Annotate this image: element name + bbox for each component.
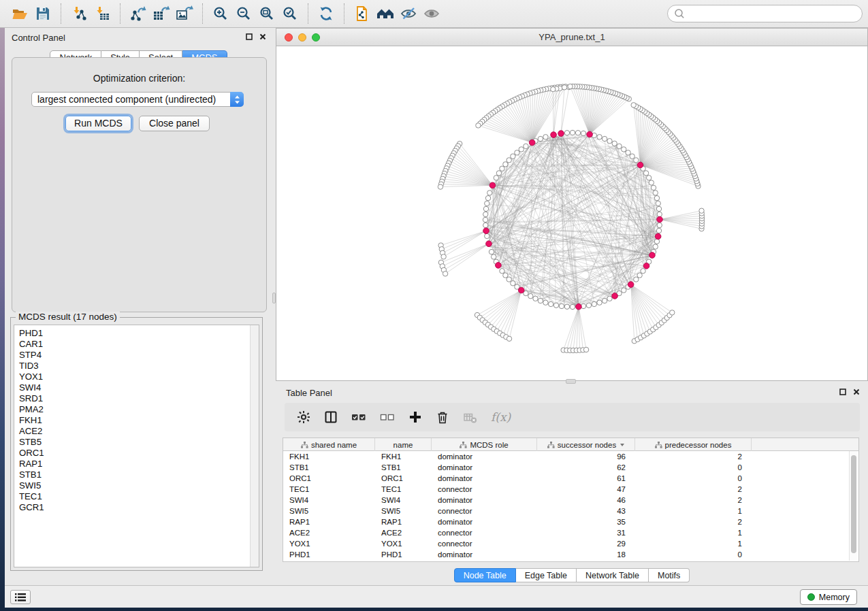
cell-successor-nodes[interactable]: 47 xyxy=(537,484,635,495)
table-row[interactable]: FKH1FKH1dominator962 xyxy=(283,451,858,462)
mcds-result-item[interactable]: TEC1 xyxy=(19,491,249,502)
mcds-result-item[interactable]: SWI5 xyxy=(19,480,249,491)
refresh-button[interactable] xyxy=(315,3,338,24)
table-row[interactable]: PHD1PHD1dominator180 xyxy=(283,549,858,560)
mcds-result-item[interactable]: CAR1 xyxy=(19,339,249,350)
cell-successor-nodes[interactable]: 29 xyxy=(537,538,635,549)
cell-predecessor-nodes[interactable]: 0 xyxy=(635,473,752,484)
cell-shared-name[interactable]: STB1 xyxy=(283,462,375,473)
tab-edge-table[interactable]: Edge Table xyxy=(516,568,577,582)
mcds-result-item[interactable]: GCR1 xyxy=(19,502,249,513)
column-header-predecessor-nodes[interactable]: predecessor nodes xyxy=(635,438,752,451)
cell-name[interactable]: ORC1 xyxy=(375,473,432,484)
hide-details-button[interactable] xyxy=(397,3,420,24)
cell-MCDS-role[interactable]: connector xyxy=(432,527,537,538)
cell-name[interactable]: SWI5 xyxy=(375,506,432,516)
column-header-MCDS-role[interactable]: MCDS role xyxy=(432,438,537,451)
cell-predecessor-nodes[interactable]: 1 xyxy=(635,527,752,538)
table-scrollbar[interactable] xyxy=(849,451,858,561)
table-settings-button[interactable] xyxy=(297,410,310,424)
cell-shared-name[interactable]: RAP1 xyxy=(283,516,375,527)
zoom-out-button[interactable] xyxy=(232,3,255,24)
network-canvas[interactable] xyxy=(276,46,867,380)
zoom-in-button[interactable] xyxy=(209,3,232,24)
network-graph[interactable] xyxy=(276,46,867,380)
cell-name[interactable]: SWI4 xyxy=(375,495,432,506)
save-session-button[interactable] xyxy=(31,3,54,24)
cell-predecessor-nodes[interactable]: 2 xyxy=(635,495,752,506)
import-table-button[interactable] xyxy=(91,3,114,24)
float-window-icon[interactable] xyxy=(246,33,253,40)
select-all-button[interactable] xyxy=(351,410,366,424)
cell-shared-name[interactable]: ACE2 xyxy=(283,527,375,538)
cell-shared-name[interactable]: SWI5 xyxy=(283,506,375,516)
tab-node-table[interactable]: Node Table xyxy=(454,568,516,582)
table-row[interactable]: TEC1TEC1connector472 xyxy=(283,484,858,495)
cell-MCDS-role[interactable]: connector xyxy=(432,538,537,549)
cell-MCDS-role[interactable]: dominator xyxy=(432,495,537,506)
mcds-list-scrollbar[interactable] xyxy=(250,325,259,567)
float-window-icon[interactable] xyxy=(839,389,846,395)
table-row[interactable]: STB1STB1dominator620 xyxy=(283,462,858,473)
mcds-result-item[interactable]: ORC1 xyxy=(19,448,249,459)
mcds-result-item[interactable]: SRD1 xyxy=(19,393,249,404)
cell-MCDS-role[interactable]: connector xyxy=(432,484,537,495)
cell-name[interactable]: ACE2 xyxy=(375,527,432,538)
export-network-button[interactable] xyxy=(127,3,150,24)
table-row[interactable]: SWI4SWI4dominator462 xyxy=(283,495,858,506)
chevron-down-icon[interactable] xyxy=(620,444,624,446)
table-row[interactable]: ORC1ORC1dominator610 xyxy=(283,473,858,484)
column-header-shared-name[interactable]: shared name xyxy=(283,438,375,451)
mcds-result-item[interactable]: PMA2 xyxy=(19,404,249,415)
mcds-result-item[interactable]: YOX1 xyxy=(19,371,249,382)
cell-name[interactable]: YOX1 xyxy=(375,538,432,549)
mcds-result-item[interactable]: STB1 xyxy=(19,469,249,480)
cell-name[interactable]: TEC1 xyxy=(375,484,432,495)
run-mcds-button[interactable]: Run MCDS xyxy=(65,116,131,131)
close-icon[interactable] xyxy=(853,389,860,395)
cell-successor-nodes[interactable]: 62 xyxy=(537,462,635,473)
cell-shared-name[interactable]: PHD1 xyxy=(283,549,375,560)
table-row[interactable]: RAP1RAP1dominator352 xyxy=(283,516,858,527)
cell-shared-name[interactable]: FKH1 xyxy=(283,451,375,462)
cell-predecessor-nodes[interactable]: 2 xyxy=(635,484,752,495)
close-panel-button[interactable]: Close panel xyxy=(139,116,210,131)
cell-shared-name[interactable]: TEC1 xyxy=(283,484,375,495)
export-table-button[interactable] xyxy=(150,3,173,24)
mcds-result-item[interactable]: SWI4 xyxy=(19,382,249,393)
tab-motifs[interactable]: Motifs xyxy=(649,568,690,582)
cell-successor-nodes[interactable]: 96 xyxy=(537,451,635,462)
unselect-all-button[interactable] xyxy=(380,410,395,424)
cell-name[interactable]: RAP1 xyxy=(375,516,432,527)
import-network-button[interactable] xyxy=(67,3,91,24)
cell-successor-nodes[interactable]: 43 xyxy=(537,506,635,516)
cell-MCDS-role[interactable]: dominator xyxy=(432,451,537,462)
mcds-result-item[interactable]: RAP1 xyxy=(19,459,249,469)
cell-MCDS-role[interactable]: dominator xyxy=(432,549,537,560)
search-field[interactable] xyxy=(667,5,863,22)
column-header-name[interactable]: name xyxy=(375,438,432,451)
mcds-result-item[interactable]: TID3 xyxy=(19,361,249,371)
cell-name[interactable]: FKH1 xyxy=(375,451,432,462)
table-row[interactable]: YOX1YOX1connector291 xyxy=(283,538,858,549)
cell-predecessor-nodes[interactable]: 0 xyxy=(635,549,752,560)
mcds-result-item[interactable]: PHD1 xyxy=(19,328,249,339)
cell-predecessor-nodes[interactable]: 2 xyxy=(635,516,752,527)
cell-predecessor-nodes[interactable]: 2 xyxy=(635,451,752,462)
tab-network-table[interactable]: Network Table xyxy=(577,568,649,582)
memory-button[interactable]: Memory xyxy=(800,589,857,605)
cell-shared-name[interactable]: SWI4 xyxy=(283,495,375,506)
cell-successor-nodes[interactable]: 46 xyxy=(537,495,635,506)
table-scrollbar-thumb[interactable] xyxy=(851,455,856,553)
mcds-result-item[interactable]: FKH1 xyxy=(19,415,249,426)
optimization-criterion-select[interactable]: largest connected component (undirected) xyxy=(31,92,244,107)
cell-MCDS-role[interactable]: dominator xyxy=(432,473,537,484)
cell-successor-nodes[interactable]: 31 xyxy=(537,527,635,538)
cell-name[interactable]: PHD1 xyxy=(375,549,432,560)
network-window-titlebar[interactable]: YPA_prune.txt_1 xyxy=(276,29,867,46)
cell-predecessor-nodes[interactable]: 0 xyxy=(635,462,752,473)
zoom-selected-button[interactable] xyxy=(278,3,302,24)
open-session-button[interactable] xyxy=(8,3,31,24)
show-panels-button[interactable] xyxy=(10,590,31,604)
search-input[interactable] xyxy=(688,9,862,19)
